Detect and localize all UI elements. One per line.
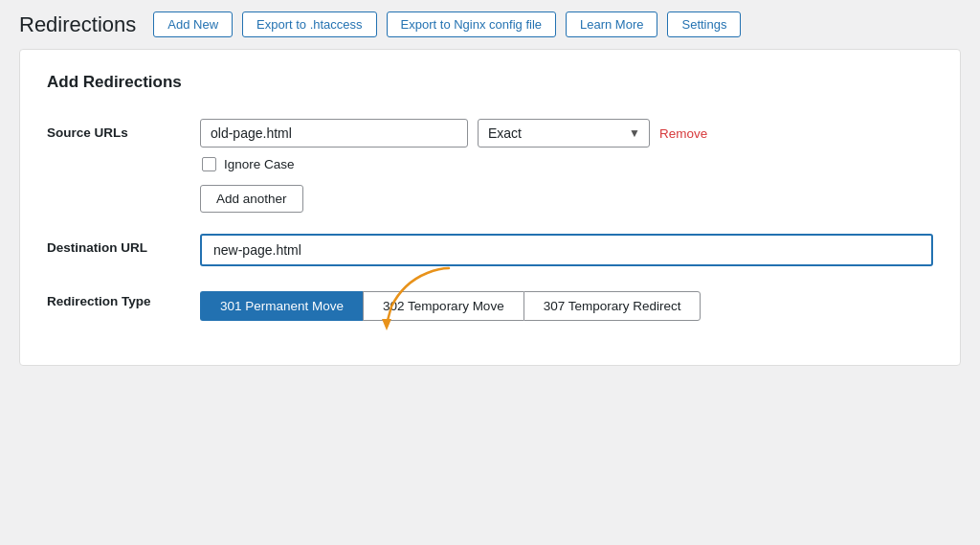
match-type-select[interactable]: Exact Regex [478,119,650,148]
settings-button[interactable]: Settings [667,11,741,37]
remove-button[interactable]: Remove [659,123,707,145]
match-select-wrapper: Exact Regex ▼ [478,119,650,148]
type-302-button[interactable]: 302 Temporary Move [363,291,523,321]
source-url-input[interactable] [200,119,468,148]
ignore-case-checkbox[interactable] [202,157,216,171]
main-content: Add Redirections Source URLs Exact Regex… [0,49,980,366]
redirection-type-label: Redirection Type [47,287,200,308]
source-urls-label: Source URLs [47,119,200,140]
add-another-button[interactable]: Add another [200,185,303,213]
redirection-type-controls: 301 Permanent Move 302 Temporary Move 30… [200,287,933,321]
card-title: Add Redirections [47,73,933,92]
type-301-button[interactable]: 301 Permanent Move [200,291,363,321]
add-new-button[interactable]: Add New [153,11,233,37]
learn-more-button[interactable]: Learn More [566,11,657,37]
source-input-row: Exact Regex ▼ Remove [200,119,933,148]
source-urls-row: Source URLs Exact Regex ▼ Remove Ign [47,119,933,213]
type-307-button[interactable]: 307 Temporary Redirect [523,291,702,321]
top-header: Redirections Add New Export to .htaccess… [0,0,980,49]
ignore-case-row: Ignore Case [202,157,933,171]
add-redirections-card: Add Redirections Source URLs Exact Regex… [19,49,961,366]
redirection-type-buttons: 301 Permanent Move 302 Temporary Move 30… [200,291,933,321]
export-htaccess-button[interactable]: Export to .htaccess [242,11,377,37]
destination-url-input[interactable] [200,234,933,266]
destination-url-label: Destination URL [47,234,200,255]
redirection-type-row: Redirection Type 301 Permanent Move 302 … [47,287,933,321]
page-title: Redirections [19,12,136,37]
destination-url-row: Destination URL [47,234,933,266]
export-nginx-button[interactable]: Export to Nginx config file [387,11,556,37]
destination-controls [200,234,933,266]
ignore-case-label: Ignore Case [224,157,295,171]
source-controls: Exact Regex ▼ Remove Ignore Case Add ano… [200,119,933,213]
